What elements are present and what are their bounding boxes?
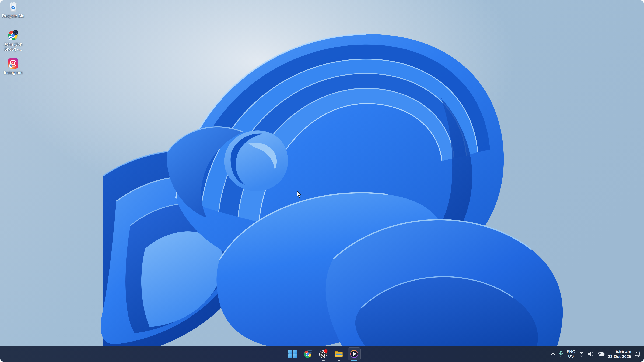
desktop-icon-recycle-bin[interactable]: ♻ Recycle Bin — [0, 1, 26, 18]
mouse-cursor — [296, 191, 303, 198]
desktop-icon-label: John (Jon Snow) -... — [2, 42, 24, 51]
play-circle-icon — [349, 349, 359, 359]
wifi-icon — [578, 351, 585, 357]
active-app-tile — [348, 348, 361, 361]
bell-do-not-disturb-icon: z z — [634, 351, 642, 358]
start-button[interactable] — [286, 347, 299, 362]
language-line1: ENG — [567, 350, 576, 354]
windows-desktop: ♻ Recycle Bin John (Jon Snow) -... — [0, 0, 644, 362]
system-tray: ENG US — [550, 346, 642, 362]
desktop-icon-label: Recycle Bin — [2, 13, 24, 18]
tray-battery-button[interactable] — [597, 351, 605, 357]
taskbar: ENG US — [0, 346, 644, 362]
instagram-icon — [7, 58, 19, 69]
microphone-icon — [558, 351, 564, 357]
windows-logo-icon — [288, 350, 297, 358]
chevron-up-icon — [550, 352, 556, 356]
running-indicator — [338, 360, 340, 361]
svg-text:♻: ♻ — [11, 4, 16, 10]
tray-wifi-button[interactable] — [578, 351, 585, 357]
tray-notification-button[interactable]: z z — [634, 351, 642, 358]
active-running-indicator — [351, 360, 357, 361]
desktop-icon-instagram[interactable]: Instagram — [0, 58, 26, 75]
tray-chevron-button[interactable] — [550, 352, 556, 356]
bloom-wallpaper — [0, 0, 644, 362]
tray-volume-button[interactable] — [588, 351, 594, 357]
obs-studio-button[interactable] — [317, 347, 330, 362]
tray-language-button[interactable]: ENG US — [567, 350, 576, 359]
tray-clock-button[interactable]: 5:55 am 23 Oct 2025 — [608, 349, 631, 359]
desktop-icon-label: Instagram — [4, 70, 22, 75]
svg-text:z: z — [639, 351, 640, 353]
folder-icon — [334, 349, 344, 359]
tray-time: 5:55 am — [608, 349, 631, 354]
tray-microphone-button[interactable] — [558, 351, 564, 357]
recycle-bin-icon: ♻ — [7, 1, 19, 12]
desktop-icon-chrome-profile[interactable]: John (Jon Snow) -... — [0, 29, 26, 51]
language-line2: US — [567, 354, 576, 359]
running-indicator — [322, 360, 324, 361]
chrome-taskbar-button[interactable] — [301, 347, 315, 362]
battery-charging-icon — [597, 351, 605, 357]
taskbar-center-icons — [286, 346, 361, 362]
volume-icon — [588, 351, 594, 357]
svg-text:z: z — [637, 352, 638, 355]
chrome-profile-icon — [7, 29, 19, 41]
media-player-button[interactable] — [348, 347, 361, 362]
chrome-profile-icon — [303, 349, 313, 359]
tray-date: 23 Oct 2025 — [608, 354, 631, 359]
file-explorer-button[interactable] — [332, 347, 346, 362]
obs-icon — [318, 349, 328, 359]
